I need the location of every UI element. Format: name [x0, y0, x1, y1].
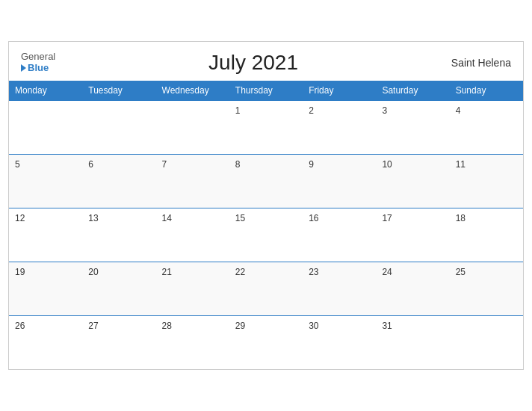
logo-blue-text: Blue: [21, 63, 55, 73]
day-cell: 30: [303, 315, 376, 369]
day-number: 18: [456, 213, 466, 223]
day-cell: [156, 100, 229, 154]
day-number: 4: [456, 105, 461, 116]
day-number: 2: [309, 105, 314, 116]
day-cell: 23: [303, 262, 376, 315]
day-number: 27: [88, 321, 98, 331]
day-cell: 17: [376, 208, 449, 262]
day-number: 6: [88, 159, 93, 170]
week-row-4: 262728293031: [9, 315, 523, 369]
day-cell: 22: [229, 262, 303, 315]
day-number: 21: [162, 267, 172, 277]
day-number: 14: [162, 213, 172, 223]
day-number: 17: [382, 213, 392, 223]
week-row-1: 567891011: [9, 154, 523, 208]
day-cell: 26: [9, 315, 82, 369]
weekday-header-saturday: Saturday: [376, 81, 449, 101]
day-cell: 8: [229, 154, 303, 208]
day-cell: 24: [376, 262, 449, 315]
day-number: 20: [88, 267, 98, 277]
day-cell: 6: [82, 154, 155, 208]
day-cell: 13: [82, 208, 155, 262]
day-number: 19: [15, 267, 25, 277]
day-cell: 18: [450, 208, 523, 262]
day-cell: [82, 100, 155, 154]
day-number: 5: [15, 159, 20, 170]
region-label: Saint Helena: [451, 57, 511, 69]
calendar-title: July 2021: [208, 51, 298, 75]
calendar-thead: MondayTuesdayWednesdayThursdayFridaySatu…: [9, 81, 523, 101]
day-number: 16: [309, 213, 318, 223]
day-cell: 16: [303, 208, 376, 262]
day-number: 23: [309, 267, 318, 277]
day-number: 29: [235, 321, 245, 331]
day-number: 1: [235, 105, 241, 116]
weekday-header-sunday: Sunday: [450, 81, 523, 101]
day-number: 24: [382, 267, 392, 277]
weekday-header-monday: Monday: [9, 81, 82, 101]
day-cell: 11: [450, 154, 523, 208]
calendar-table: MondayTuesdayWednesdayThursdayFridaySatu…: [9, 81, 523, 370]
day-number: 10: [382, 159, 392, 170]
day-number: 25: [456, 267, 466, 277]
day-cell: 20: [82, 262, 155, 315]
day-number: 11: [456, 159, 466, 170]
day-cell: 15: [229, 208, 303, 262]
day-cell: [450, 315, 523, 369]
day-number: 13: [88, 213, 98, 223]
day-cell: 5: [9, 154, 82, 208]
day-number: 22: [235, 267, 245, 277]
day-cell: 14: [156, 208, 229, 262]
day-number: 12: [15, 213, 25, 223]
logo-triangle-icon: [21, 64, 26, 72]
weekday-header-tuesday: Tuesday: [82, 81, 155, 101]
calendar: General Blue July 2021 Saint Helena Mond…: [8, 41, 524, 371]
day-cell: 2: [303, 100, 376, 154]
day-number: 15: [235, 213, 245, 223]
week-row-3: 19202122232425: [9, 262, 523, 315]
day-cell: 12: [9, 208, 82, 262]
weekday-header-wednesday: Wednesday: [156, 81, 229, 101]
day-cell: 1: [229, 100, 303, 154]
day-number: 3: [382, 105, 387, 116]
day-cell: 10: [376, 154, 449, 208]
day-cell: 29: [229, 315, 303, 369]
day-number: 8: [235, 159, 241, 170]
logo-general-text: General: [21, 52, 55, 62]
week-row-0: 1234: [9, 100, 523, 154]
calendar-tbody: 1234567891011121314151617181920212223242…: [9, 100, 523, 369]
day-cell: 19: [9, 262, 82, 315]
week-row-2: 12131415161718: [9, 208, 523, 262]
day-number: 9: [309, 159, 314, 170]
day-cell: [9, 100, 82, 154]
day-cell: 31: [376, 315, 449, 369]
day-cell: 28: [156, 315, 229, 369]
day-number: 7: [162, 159, 167, 170]
weekday-header-row: MondayTuesdayWednesdayThursdayFridaySatu…: [9, 81, 523, 101]
day-cell: 21: [156, 262, 229, 315]
weekday-header-friday: Friday: [303, 81, 376, 101]
day-cell: 3: [376, 100, 449, 154]
day-cell: 7: [156, 154, 229, 208]
day-cell: 25: [450, 262, 523, 315]
day-number: 31: [382, 321, 392, 331]
day-cell: 9: [303, 154, 376, 208]
weekday-header-thursday: Thursday: [229, 81, 303, 101]
day-cell: 4: [450, 100, 523, 154]
calendar-header: General Blue July 2021 Saint Helena: [9, 42, 523, 81]
day-number: 26: [15, 321, 25, 331]
day-number: 30: [309, 321, 318, 331]
day-number: 28: [162, 321, 172, 331]
day-cell: 27: [82, 315, 155, 369]
logo: General Blue: [21, 52, 55, 73]
